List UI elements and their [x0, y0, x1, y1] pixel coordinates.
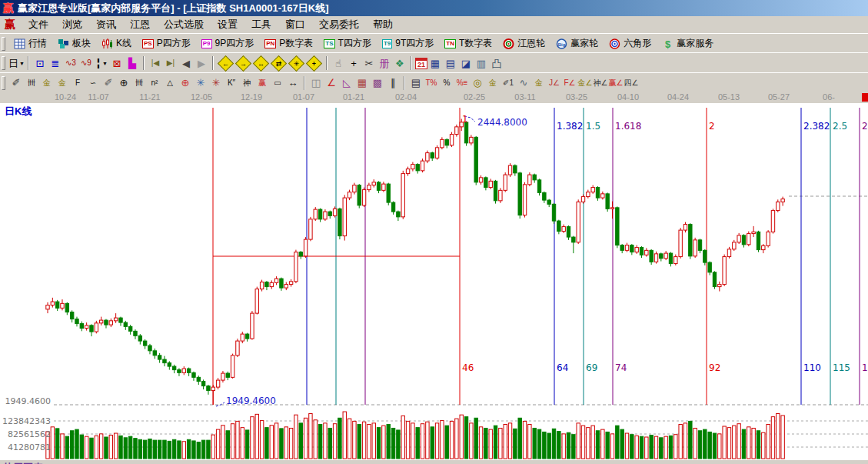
web-tool-button[interactable]: ✳	[193, 75, 208, 91]
kline-button[interactable]: K线	[96, 35, 137, 52]
menu-file[interactable]: 文件	[22, 17, 55, 32]
frame-tool-button[interactable]: ⊠	[109, 55, 125, 72]
prev-page-button[interactable]: ◀	[178, 55, 194, 72]
candle-style-tool-button[interactable]: ╏▼	[94, 55, 109, 72]
compress-h-button[interactable]: ⇄	[271, 55, 287, 71]
s-comb-tool-button[interactable]: ∽	[85, 75, 101, 91]
calculator-tool-button[interactable]: ▦	[427, 55, 443, 72]
angle-tool-button[interactable]: △	[162, 75, 178, 91]
calendar-tool-button[interactable]: 21	[415, 58, 427, 69]
percent-tool-button[interactable]: %	[439, 75, 454, 91]
gold-comb-tool-button[interactable]: 金	[39, 75, 55, 91]
web-box-tool-button[interactable]: ✳	[208, 75, 224, 91]
ying-angle-tool-button[interactable]: 赢∠	[608, 75, 624, 91]
t-square-button[interactable]: TST四方形	[318, 35, 377, 52]
toolbar-separator	[143, 56, 145, 70]
winner-service-button[interactable]: $赢家服务	[657, 35, 719, 52]
kline-chart-canvas[interactable]: 461.382641.5691.618742922.3821102.51152.…	[0, 103, 868, 464]
shift-left-button[interactable]: ←	[218, 55, 234, 71]
quotes-button[interactable]: 行情	[8, 35, 52, 52]
toolbar-grip[interactable]	[2, 56, 5, 70]
pen1-tool-button[interactable]: ✐1	[501, 75, 516, 91]
t-number-table-button[interactable]: TNT数字表	[439, 35, 497, 52]
menu-help[interactable]: 帮助	[366, 17, 400, 32]
comb-tool-button[interactable]: 卌	[24, 75, 39, 91]
gold-comb2-tool-button[interactable]: 金	[55, 75, 70, 91]
grid-box-tool-button[interactable]: ▦	[354, 75, 370, 91]
purple-book-tool-button[interactable]: 册	[377, 55, 392, 72]
next-page-button[interactable]: ▶	[194, 55, 209, 72]
chart-9-tool-button[interactable]: ∿9	[78, 55, 94, 72]
zoom-fit-button[interactable]: +	[306, 55, 322, 71]
p-number-table-button[interactable]: PNP数字表	[259, 35, 318, 52]
print-tool-button[interactable]: 凸	[489, 55, 504, 72]
menu-gann[interactable]: 江恩	[123, 17, 157, 32]
gray-box-tool-button[interactable]: ◫	[308, 75, 324, 91]
save-tool-button[interactable]: ◪	[458, 55, 474, 72]
shen-comb-tool-button[interactable]: 神	[239, 75, 254, 91]
parallel-tool-button[interactable]: ∥	[385, 75, 401, 91]
menu-trade[interactable]: 交易委托	[312, 17, 366, 32]
wheelred-icon	[503, 38, 514, 49]
toolbar-grip[interactable]	[2, 37, 5, 51]
green-knot-tool-button[interactable]: ❖	[392, 55, 407, 72]
pen-tool-button[interactable]: ✐	[8, 75, 24, 91]
shift-right-button[interactable]: →	[235, 55, 251, 71]
percent-lines-tool-button[interactable]: %≡	[454, 75, 470, 91]
chart-area[interactable]: 461.382641.5691.618742922.3821102.51152.…	[0, 103, 868, 464]
hexagon-button[interactable]: 六角形	[604, 35, 657, 52]
quote-list-tool-button[interactable]: ≣	[48, 55, 63, 72]
comb2-tool-button[interactable]: 卌	[131, 75, 147, 91]
compass-tool-button[interactable]: ⊕	[178, 75, 193, 91]
t-percent-tool-button[interactable]: T%	[424, 75, 439, 91]
shen-angle-tool-button[interactable]: 神∠	[593, 75, 608, 91]
circle3-tool-button[interactable]: ⊕	[116, 75, 131, 91]
gann-wheel-button[interactable]: 江恩轮	[497, 35, 550, 52]
menu-tools[interactable]: 工具	[244, 17, 278, 32]
first-page-button[interactable]: |◀	[148, 55, 163, 72]
menu-window[interactable]: 窗口	[278, 17, 312, 32]
p-square-button[interactable]: PSP四方形	[137, 35, 196, 52]
notes-tool-button[interactable]: ▤	[443, 55, 458, 72]
color-bars-tool-button[interactable]: ▙	[125, 55, 140, 72]
9t-square-button[interactable]: T99T四方形	[377, 35, 439, 52]
svg-text:Big: Big	[558, 42, 566, 46]
j-angle-tool-button[interactable]: J∠	[547, 75, 562, 91]
gold-lines-tool-button[interactable]: 金	[485, 75, 501, 91]
wave-tool-button[interactable]: ∿	[516, 75, 531, 91]
menu-settings[interactable]: 设置	[211, 17, 244, 32]
crosshair-tool-button[interactable]: +	[346, 55, 361, 72]
ying-comb-tool-button[interactable]: 赢	[254, 75, 270, 91]
n-square-tool-button[interactable]: n²	[147, 75, 162, 91]
list-tool-button[interactable]: ▤	[408, 75, 424, 91]
export-tool-button[interactable]: ▥	[474, 55, 489, 72]
zoom-out-all-button[interactable]: ✳	[288, 55, 304, 71]
winner-wheel-button[interactable]: Big赢家轮	[550, 35, 604, 52]
zoom-window-tool-button[interactable]: ⊡	[32, 55, 48, 72]
hand-tool-button[interactable]: ☝	[331, 55, 346, 72]
ruler-tool-button[interactable]: ▭	[270, 75, 285, 91]
sectors-button[interactable]: 板块	[52, 35, 96, 52]
gold-angle-tool-button[interactable]: 金∠	[577, 75, 593, 91]
9p-square-button[interactable]: P99P四方形	[196, 35, 259, 52]
toolbar-grip[interactable]	[2, 76, 5, 90]
menu-formula-pick[interactable]: 公式选股	[157, 17, 211, 32]
f-comb-tool-button[interactable]: F	[70, 75, 85, 91]
expand-h-button[interactable]: ↔	[253, 55, 269, 71]
menu-news[interactable]: 资讯	[89, 17, 123, 32]
fan-box-tool-button[interactable]: ◺	[339, 75, 354, 91]
pen3-tool-button[interactable]: ✐	[101, 75, 116, 91]
menu-browse[interactable]: 浏览	[55, 17, 89, 32]
four-angle-tool-button[interactable]: 四∠	[624, 75, 639, 91]
chart-3-tool-button[interactable]: ∿3	[63, 55, 78, 72]
k-mark-tool-button[interactable]: K″	[224, 75, 239, 91]
last-page-button[interactable]: ▶|	[163, 55, 178, 72]
gold-underline-tool-button[interactable]: 金	[531, 75, 547, 91]
gold-circle-tool-button[interactable]: ◎	[470, 75, 485, 91]
erase-tool-button[interactable]: ✂	[361, 55, 377, 72]
grid-box2-tool-button[interactable]: ▩	[370, 75, 385, 91]
f-angle-tool-button[interactable]: F∠	[562, 75, 577, 91]
width-tool-button[interactable]: ↔	[285, 75, 301, 91]
fan-tool-button[interactable]: ∠	[324, 75, 339, 91]
period-dropdown-button[interactable]: 日▼	[8, 55, 25, 72]
